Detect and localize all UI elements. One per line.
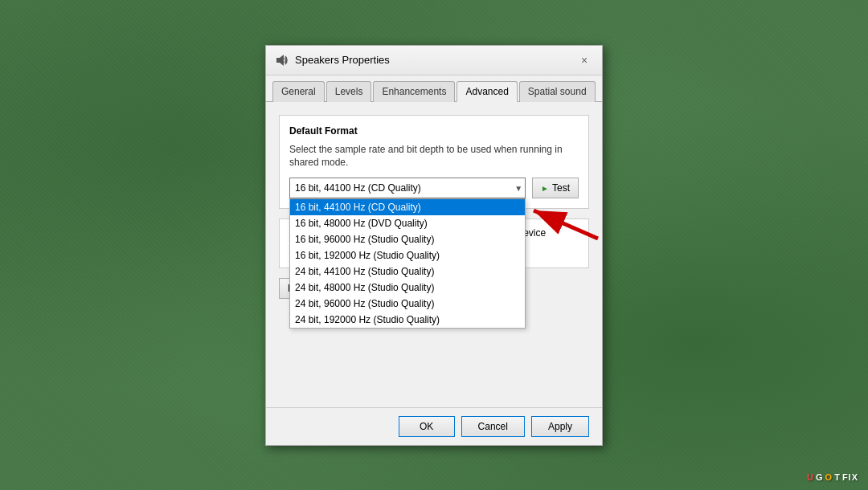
tab-enhancements[interactable]: Enhancements <box>373 81 455 102</box>
section-title: Default Format <box>289 125 579 137</box>
svg-rect-0 <box>276 58 280 63</box>
dialog-footer: OK Cancel Apply <box>266 407 602 445</box>
watermark: UGOTFIX <box>807 472 858 482</box>
dropdown-option-7[interactable]: 24 bit, 192000 Hz (Studio Quality) <box>290 312 525 328</box>
dropdown-option-4[interactable]: 24 bit, 44100 Hz (Studio Quality) <box>290 263 525 280</box>
tab-content: Default Format Select the sample rate an… <box>266 102 602 407</box>
default-format-section: Default Format Select the sample rate an… <box>279 115 589 210</box>
tab-general[interactable]: General <box>272 81 325 102</box>
dropdown-option-1[interactable]: 16 bit, 48000 Hz (DVD Quality) <box>290 215 525 231</box>
watermark-o: O <box>825 472 833 482</box>
dropdown-option-2[interactable]: 16 bit, 96000 Hz (Studio Quality) <box>290 231 525 247</box>
watermark-t: T <box>834 472 841 482</box>
tab-spatial-sound[interactable]: Spatial sound <box>519 81 596 102</box>
test-button-label: Test <box>552 182 570 194</box>
dropdown-option-5[interactable]: 24 bit, 48000 Hz (Studio Quality) <box>290 280 525 296</box>
dropdown-option-6[interactable]: 24 bit, 96000 Hz (Studio Quality) <box>290 296 525 312</box>
dropdown-list: 16 bit, 44100 Hz (CD Quality) 16 bit, 48… <box>289 198 526 329</box>
title-bar-left: Speakers Properties <box>276 54 390 67</box>
test-button[interactable]: ► Test <box>532 178 579 198</box>
svg-marker-1 <box>280 55 284 66</box>
tab-advanced[interactable]: Advanced <box>457 81 517 102</box>
section-description: Select the sample rate and bit depth to … <box>289 143 579 170</box>
ok-button[interactable]: OK <box>399 416 455 437</box>
speakers-properties-dialog: Speakers Properties × General Levels Enh… <box>265 45 603 446</box>
format-dropdown-row: 16 bit, 44100 Hz (CD Quality) ▼ 16 bit, … <box>289 178 579 198</box>
tab-bar: General Levels Enhancements Advanced Spa… <box>266 76 602 102</box>
dialog-title: Speakers Properties <box>295 54 390 66</box>
speaker-icon <box>276 54 289 67</box>
format-dropdown[interactable]: 16 bit, 44100 Hz (CD Quality) <box>289 178 526 198</box>
apply-button[interactable]: Apply <box>531 416 589 437</box>
watermark-g: G <box>816 472 824 482</box>
tab-levels[interactable]: Levels <box>326 81 372 102</box>
dropdown-selected-value: 16 bit, 44100 Hz (CD Quality) <box>295 182 421 194</box>
cancel-button[interactable]: Cancel <box>461 416 525 437</box>
watermark-u: U <box>807 472 814 482</box>
title-bar: Speakers Properties × <box>266 46 602 76</box>
watermark-fix: FIX <box>842 472 858 482</box>
dropdown-option-0[interactable]: 16 bit, 44100 Hz (CD Quality) <box>290 199 525 215</box>
format-dropdown-wrapper: 16 bit, 44100 Hz (CD Quality) ▼ 16 bit, … <box>289 178 526 198</box>
close-button[interactable]: × <box>576 52 592 68</box>
play-icon: ► <box>541 184 549 193</box>
dropdown-option-3[interactable]: 16 bit, 192000 Hz (Studio Quality) <box>290 247 525 263</box>
